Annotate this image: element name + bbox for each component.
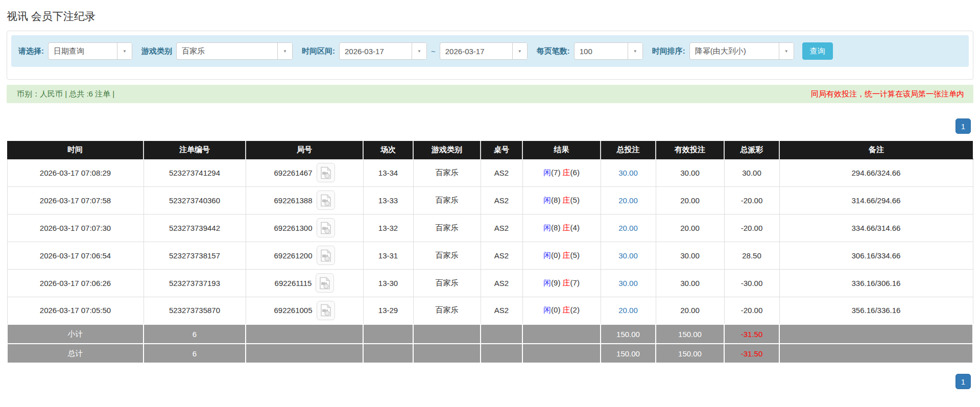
date-to-select[interactable]: 2026-03-17 ▼ — [440, 42, 528, 60]
cell-payout: -20.00 — [724, 214, 779, 242]
chevron-down-icon[interactable]: ▼ — [277, 43, 292, 59]
chevron-down-icon[interactable]: ▼ — [412, 43, 426, 59]
cell-result: 闲(9) 庄(7) — [522, 269, 601, 297]
same-round-notice: 同局有效投注，统一计算在该局第一张注单内 — [811, 89, 964, 99]
time-sort-select[interactable]: 降幂(由大到小) ▼ — [689, 42, 794, 60]
cell-round: 692261115 — [246, 269, 363, 297]
col-session: 场次 — [363, 141, 413, 159]
banker-score: (2) — [570, 305, 580, 314]
cell-result: 闲(8) 庄(5) — [522, 186, 601, 214]
cell-bet-id: 523273735870 — [144, 297, 246, 324]
cell-payout: 30.00 — [724, 159, 779, 186]
cell-valid-bet: 30.00 — [656, 159, 724, 186]
banker-label: 庄 — [563, 278, 570, 287]
cell-total-bet: 20.00 — [601, 214, 656, 242]
cell-payout: 28.50 — [724, 242, 779, 269]
player-label: 闲 — [543, 278, 551, 287]
total-bet-link[interactable]: 20.00 — [618, 196, 638, 205]
cell-note: 306.16/334.66 — [779, 242, 973, 269]
col-game: 游戏类别 — [413, 141, 481, 159]
player-score: (8) — [551, 196, 560, 204]
cell-payout: -20.00 — [724, 186, 779, 214]
subtotal-label: 小计 — [7, 324, 144, 344]
round-number: 692261005 — [274, 306, 312, 315]
chevron-down-icon[interactable]: ▼ — [512, 43, 527, 59]
empty-cell — [779, 344, 973, 363]
cell-game: 百家乐 — [413, 242, 481, 269]
total-bet-link[interactable]: 20.00 — [618, 224, 638, 232]
cell-result: 闲(0) 庄(2) — [522, 297, 601, 324]
player-score: (0) — [551, 305, 560, 314]
time-sort-value: 降幂(由大到小) — [690, 43, 779, 59]
total-bet-link[interactable]: 30.00 — [618, 279, 638, 288]
banker-label: 庄 — [563, 305, 570, 314]
cell-bet-id: 523273737193 — [144, 269, 246, 297]
game-type-select[interactable]: 百家乐 ▼ — [176, 42, 293, 60]
empty-cell — [246, 324, 363, 344]
cell-note: 356.16/336.16 — [779, 297, 973, 324]
player-label: 闲 — [543, 196, 551, 204]
total-bet-link[interactable]: 20.00 — [618, 306, 638, 315]
chevron-down-icon[interactable]: ▼ — [628, 43, 642, 59]
round-number: 692261388 — [274, 196, 312, 205]
banker-score: (7) — [570, 278, 580, 287]
total-bet-link[interactable]: 30.00 — [618, 169, 638, 177]
cell-time: 2026-03-17 07:07:58 — [7, 186, 144, 214]
table-row: 2026-03-17 07:08:29 523273741294 6922614… — [7, 159, 973, 186]
banker-label: 庄 — [563, 251, 570, 259]
cell-round: 692261005 — [246, 297, 363, 324]
per-page-label: 每页笔数: — [537, 46, 570, 56]
cell-note: 334.66/314.66 — [779, 214, 973, 242]
col-round: 局号 — [246, 141, 363, 159]
cell-note: 314.66/294.66 — [779, 186, 973, 214]
per-page-value: 100 — [575, 43, 628, 59]
total-bet-link[interactable]: 30.00 — [618, 251, 638, 260]
cell-session: 13-31 — [363, 242, 413, 269]
round-number: 692261200 — [274, 251, 312, 260]
search-button[interactable]: 查询 — [802, 42, 833, 60]
video-replay-button[interactable] — [317, 246, 335, 265]
player-label: 闲 — [543, 305, 551, 314]
video-replay-button[interactable] — [317, 163, 335, 182]
cell-total-bet: 20.00 — [601, 297, 656, 324]
per-page-select[interactable]: 100 ▼ — [574, 42, 643, 60]
page-root: 视讯 会员下注纪录 请选择: 日期查询 ▼ 游戏类别 百家乐 ▼ 时间区间: 2… — [0, 0, 980, 389]
select-type-label: 请选择: — [18, 46, 44, 56]
empty-cell — [522, 344, 601, 363]
video-replay-button[interactable] — [317, 301, 335, 320]
cell-total-bet: 30.00 — [601, 269, 656, 297]
total-payout: -31.50 — [724, 344, 779, 363]
page-1-button[interactable]: 1 — [955, 118, 971, 134]
cell-payout: -30.00 — [724, 269, 779, 297]
chevron-down-icon[interactable]: ▼ — [117, 43, 132, 59]
banker-score: (6) — [570, 168, 580, 177]
cell-note: 336.16/306.16 — [779, 269, 973, 297]
col-time: 时间 — [7, 141, 144, 159]
cell-valid-bet: 30.00 — [656, 269, 724, 297]
cell-bet-id: 523273741294 — [144, 159, 246, 186]
cell-table: AS2 — [481, 242, 522, 269]
empty-cell — [522, 324, 601, 344]
pagination-bottom: 1 — [7, 374, 971, 389]
time-sort-label: 时间排序: — [652, 46, 685, 56]
cell-valid-bet: 30.00 — [656, 242, 724, 269]
chevron-down-icon[interactable]: ▼ — [779, 43, 794, 59]
currency-total-text: 币别：人民币 | 总共 :6 注单 | — [17, 89, 114, 99]
query-type-select[interactable]: 日期查询 ▼ — [48, 42, 132, 60]
date-from-select[interactable]: 2026-03-17 ▼ — [339, 42, 427, 60]
player-score: (0) — [551, 251, 560, 259]
video-replay-button[interactable] — [317, 190, 335, 210]
cell-table: AS2 — [481, 186, 522, 214]
banker-label: 庄 — [563, 168, 570, 177]
banker-score: (5) — [570, 251, 580, 259]
cell-session: 13-30 — [363, 269, 413, 297]
page-1-button[interactable]: 1 — [955, 374, 971, 389]
video-replay-button[interactable] — [316, 273, 334, 293]
empty-cell — [246, 344, 363, 363]
video-file-icon — [320, 304, 331, 317]
cell-time: 2026-03-17 07:07:30 — [7, 214, 144, 242]
game-type-label: 游戏类别 — [141, 46, 172, 56]
player-label: 闲 — [543, 168, 551, 177]
range-separator: ~ — [431, 47, 436, 56]
video-replay-button[interactable] — [317, 218, 335, 237]
